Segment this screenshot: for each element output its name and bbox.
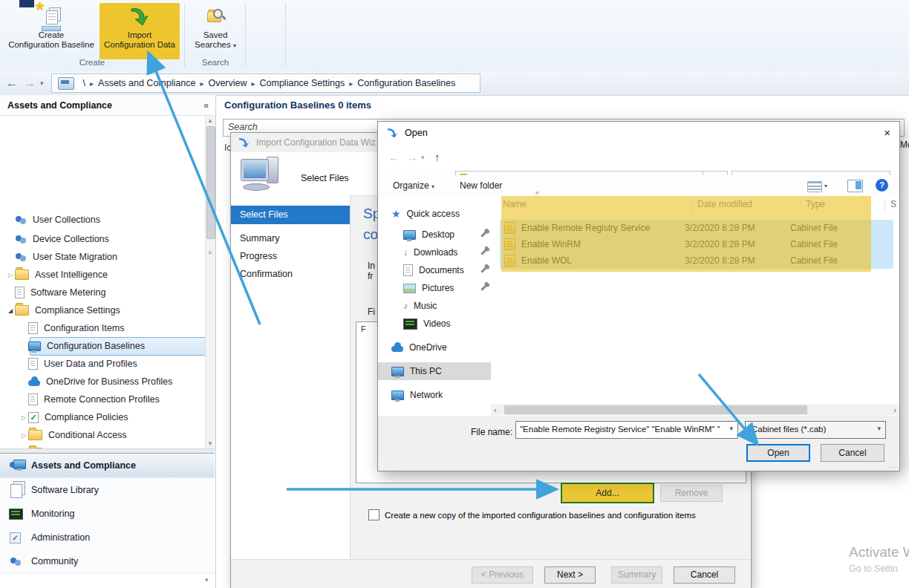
sidebar-item-user-state-migration[interactable]: User State Migration	[0, 248, 211, 266]
configuration-items-icon	[28, 322, 38, 334]
import-configuration-data-button[interactable]: ImportConfiguration Data	[100, 3, 180, 59]
saved-searches-button[interactable]: SavedSearches ▾	[189, 3, 242, 59]
step-summary[interactable]: Summary	[231, 229, 350, 248]
desktop-item[interactable]: Desktop	[378, 226, 491, 244]
chevron-down-icon[interactable]: ▾	[877, 425, 881, 432]
wizard-list-header-fragment: F	[361, 324, 366, 333]
ribbon-group-create: Create	[4, 58, 180, 69]
previous-button[interactable]: < Previous	[472, 566, 533, 584]
file-row[interactable]: Enable WinRM 3/2/2020 8:28 PM Cabinet Fi…	[500, 236, 893, 252]
horizontal-scrollbar[interactable]: ‹ ›	[491, 404, 899, 416]
breadcrumb-root[interactable]: \	[83, 78, 85, 88]
column-date-modified[interactable]: Date modified	[697, 199, 752, 209]
sort-indicator-icon[interactable]: ^	[535, 191, 539, 199]
workspace-community[interactable]: Community	[0, 549, 215, 574]
create-copy-checkbox-row[interactable]: Create a new copy of the imported config…	[368, 509, 696, 520]
wizard-cancel-button[interactable]: Cancel	[674, 566, 735, 584]
expander-icon[interactable]: ▷	[6, 272, 15, 278]
sidebar-item-compliance-policies[interactable]: ▷✓Compliance Policies	[0, 408, 224, 426]
wizard-icon	[238, 137, 250, 148]
tree-scrollbar[interactable]: ▲ ≡ ▼	[205, 116, 215, 448]
step-select-files[interactable]: Select Files	[231, 206, 350, 224]
history-dropdown-icon[interactable]: ▾	[40, 79, 44, 87]
workspace-monitoring[interactable]: Monitoring	[0, 502, 215, 526]
file-type-select[interactable]: Cabinet files (*.cab) ▾	[745, 421, 886, 439]
preview-pane-icon[interactable]	[847, 180, 863, 192]
new-folder-button[interactable]: New folder	[460, 180, 502, 191]
help-icon[interactable]: ?	[876, 179, 888, 192]
step-progress[interactable]: Progress	[231, 247, 350, 266]
dialog-cancel-button[interactable]: Cancel	[821, 444, 884, 462]
column-type[interactable]: Type	[806, 199, 825, 209]
scroll-down-icon[interactable]: ▼	[206, 440, 215, 447]
sidebar-item-configuration-items[interactable]: Configuration Items	[0, 319, 224, 337]
network-item[interactable]: Network	[378, 386, 491, 404]
view-list-icon[interactable]	[807, 181, 822, 192]
pin-icon	[480, 249, 486, 255]
breadcrumb-item[interactable]: Assets and Compliance	[98, 78, 195, 88]
breadcrumb-item[interactable]: Compliance Settings	[260, 78, 345, 88]
expander-icon[interactable]: ▷	[19, 414, 28, 421]
expander-icon[interactable]: ◢	[6, 307, 15, 314]
create-configuration-baseline-button[interactable]: ★ CreateConfiguration Baseline	[4, 3, 98, 59]
back-icon[interactable]: ←	[388, 151, 400, 163]
nav-collapse-icon[interactable]: ▾	[205, 576, 209, 584]
sidebar-item-device-collections[interactable]: Device Collections	[0, 230, 211, 248]
downloads-item[interactable]: ↓Downloads	[378, 244, 491, 261]
summary-button[interactable]: Summary	[611, 566, 662, 584]
open-button[interactable]: Open	[746, 444, 810, 462]
this-pc-item[interactable]: This PC	[378, 362, 491, 380]
sidebar-item-remote-connection-profiles[interactable]: Remote Connection Profiles	[0, 391, 224, 408]
onedrive-item[interactable]: OneDrive	[378, 339, 491, 356]
scroll-up-icon[interactable]: ▲	[206, 117, 215, 124]
up-icon[interactable]: ↑	[434, 151, 440, 163]
expander-icon[interactable]: ▷	[19, 432, 28, 439]
music-item[interactable]: ♪Music	[378, 297, 491, 315]
forward-icon[interactable]: →	[24, 76, 36, 90]
checkbox[interactable]	[368, 509, 379, 520]
quick-access-item[interactable]: ★Quick access	[378, 205, 491, 223]
sidebar-item-onedrive-for-business[interactable]: OneDrive for Business Profiles	[0, 373, 224, 391]
ribbon-group-search: Search	[187, 58, 244, 69]
file-row[interactable]: Enable Remote Registry Service 3/2/2020 …	[500, 220, 893, 236]
organize-button[interactable]: Organize ▾	[393, 180, 434, 191]
scrollbar-thumb[interactable]	[206, 126, 215, 239]
file-row[interactable]: Enable WOL 3/2/2020 8:28 PM Cabinet File	[500, 252, 893, 269]
add-button[interactable]: Add...	[561, 483, 654, 503]
sidebar-item-configuration-baselines[interactable]: Configuration Baselines	[0, 337, 224, 355]
sidebar-item-conditional-access[interactable]: ▷Conditional Access	[0, 426, 224, 444]
sidebar-item-compliance-settings[interactable]: ◢Compliance Settings	[0, 301, 211, 319]
collapse-pane-icon[interactable]: «	[203, 95, 209, 116]
scroll-left-icon[interactable]: ‹	[494, 405, 497, 414]
videos-item[interactable]: Videos	[378, 315, 491, 333]
documents-item[interactable]: Documents	[378, 261, 491, 279]
workspace-administration[interactable]: ✓ Administration	[0, 526, 215, 550]
sidebar-item-asset-intelligence[interactable]: ▷Asset Intelligence	[0, 266, 211, 284]
sidebar-item-user-collections[interactable]: User Collections	[0, 211, 211, 229]
column-name[interactable]: Name	[503, 199, 527, 209]
pictures-icon	[403, 284, 416, 293]
breadcrumb-item[interactable]: Overview	[208, 78, 247, 88]
close-icon[interactable]: ×	[884, 126, 890, 139]
view-dropdown-icon[interactable]: ▾	[824, 183, 827, 189]
breadcrumb-item[interactable]: Configuration Baselines	[357, 78, 455, 88]
column-size-clipped[interactable]: S	[890, 199, 896, 209]
breadcrumb[interactable]: \ ▸ Assets and Compliance ▸ Overview ▸ C…	[51, 74, 480, 93]
scrollbar-thumb[interactable]	[504, 405, 807, 414]
recent-locations-icon[interactable]: ▾	[421, 154, 425, 161]
chevron-down-icon[interactable]: ▾	[729, 425, 733, 432]
sidebar-item-software-metering[interactable]: Software Metering	[0, 284, 211, 301]
file-name-input[interactable]: "Enable Remote Registry Service" "Enable…	[515, 421, 738, 439]
next-button[interactable]: Next >	[544, 566, 596, 584]
step-confirmation[interactable]: Confirmation	[231, 265, 350, 284]
scroll-right-icon[interactable]: ›	[893, 405, 896, 414]
resize-grip[interactable]: ...	[890, 463, 897, 469]
workspace-assets-and-compliance[interactable]: Assets and Compliance	[0, 453, 215, 478]
remove-button[interactable]: Remove	[660, 485, 723, 502]
sidebar-item-user-data-and-profiles[interactable]: User Data and Profiles	[0, 355, 224, 373]
pictures-item[interactable]: Pictures	[378, 279, 491, 297]
forward-icon[interactable]: →	[406, 151, 417, 163]
workspace-software-library[interactable]: Software Library	[0, 478, 215, 503]
back-icon[interactable]: ←	[6, 76, 18, 90]
open-dialog-title-bar[interactable]: Open ×	[378, 122, 899, 144]
